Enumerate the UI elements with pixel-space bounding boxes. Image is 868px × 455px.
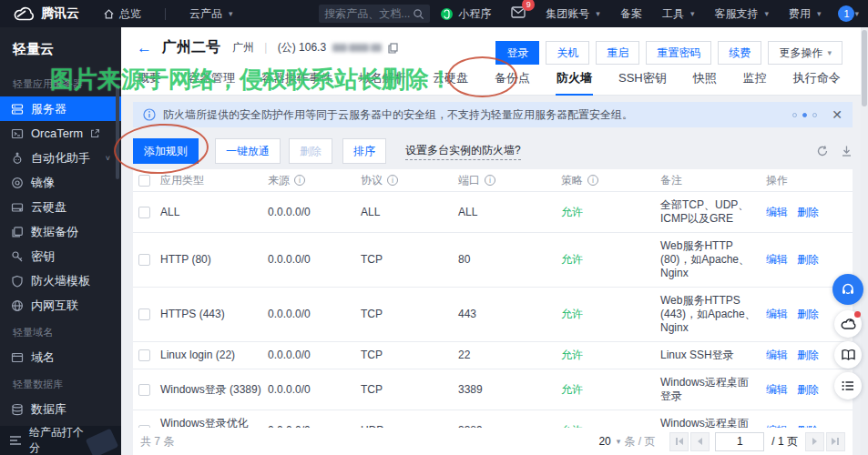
tab-监控[interactable]: 监控 <box>742 70 768 96</box>
scrollbar-thumb[interactable] <box>862 30 867 106</box>
tab-防火墙[interactable]: 防火墙 <box>556 70 593 96</box>
tab-SSH密钥[interactable]: SSH密钥 <box>618 70 668 96</box>
row-checkbox[interactable] <box>138 207 150 218</box>
edit-link[interactable]: 编辑 <box>766 308 788 321</box>
open-all-button[interactable]: 一键放通 <box>215 138 281 164</box>
info-tooltip-icon[interactable]: i <box>387 175 398 186</box>
prev-page-button[interactable] <box>690 432 710 451</box>
carousel-dot[interactable] <box>792 113 797 117</box>
tab-执行命令[interactable]: 执行命令 <box>792 70 842 96</box>
sidebar-item-密钥[interactable]: 密钥 <box>0 244 121 268</box>
tab-快照[interactable]: 快照 <box>692 70 718 96</box>
customer-service-button[interactable] <box>832 274 863 305</box>
sidebar-item-数据库[interactable]: 数据库 <box>0 397 121 421</box>
sidebar-item-数据备份[interactable]: 数据备份 <box>0 219 121 244</box>
nav-item-云产品[interactable]: 云产品▾ <box>189 6 233 22</box>
firewall-rules-table: 应用类型来源i协议i端口i策略i备注操作 ALL0.0.0.0/0ALLALL允… <box>133 169 853 455</box>
nav-item-总览[interactable]: 总览 <box>103 6 141 22</box>
add-rule-button[interactable]: 添加规则 <box>133 138 199 164</box>
cell-source: 0.0.0.0/0 <box>268 253 361 267</box>
sidebar-item-云硬盘[interactable]: 云硬盘 <box>0 195 121 219</box>
feedback-button[interactable] <box>834 310 862 338</box>
search-input[interactable]: 搜索产品、文档... <box>319 5 430 23</box>
nav-item-工具[interactable]: 工具▾ <box>652 6 705 22</box>
sidebar-item-内网互联[interactable]: 内网互联 <box>0 293 121 318</box>
pager: / 1 页 <box>669 432 845 451</box>
info-tooltip-icon[interactable]: i <box>294 175 305 186</box>
tab-容器管理[interactable]: 容器管理 <box>187 70 236 96</box>
tab-域名解析[interactable]: 域名解析 <box>358 70 407 96</box>
banner-close-icon[interactable]: ✕ <box>832 108 842 121</box>
download-icon[interactable] <box>841 145 853 157</box>
sidebar-scrollbar[interactable] <box>116 84 119 179</box>
refresh-icon[interactable] <box>816 145 829 157</box>
next-page-button[interactable] <box>805 432 824 451</box>
sidebar-item-防火墙模板[interactable]: 防火墙模板 <box>0 268 121 293</box>
sidebar-item-镜像[interactable]: 镜像 <box>0 170 121 195</box>
nav-item-集团账号[interactable]: 集团账号▾ <box>536 6 610 22</box>
info-tooltip-icon[interactable]: i <box>485 175 495 186</box>
rate-product-label[interactable]: 给产品打个分 <box>29 425 94 455</box>
row-checkbox[interactable] <box>138 254 150 266</box>
column-header-label: 来源 <box>268 173 290 188</box>
edit-link[interactable]: 编辑 <box>766 383 788 397</box>
delete-button-disabled[interactable]: 删除 <box>289 138 332 164</box>
first-page-button[interactable] <box>669 432 689 451</box>
nav-item-费用[interactable]: 费用▾ <box>779 6 832 22</box>
documentation-button[interactable] <box>834 341 862 369</box>
tencent-cloud-logo[interactable]: 腾讯云 <box>13 5 79 22</box>
nav-item-备案[interactable]: 备案 <box>610 6 652 22</box>
multi-instance-firewall-link[interactable]: 设置多台实例的防火墙? <box>405 143 521 160</box>
row-checkbox[interactable] <box>138 308 150 320</box>
重启-button[interactable]: 重启 <box>596 41 639 65</box>
nav-item-客服支持[interactable]: 客服支持▾ <box>704 6 779 22</box>
delete-link[interactable]: 删除 <box>797 308 819 321</box>
sidebar-item-label: 内网互联 <box>31 298 78 314</box>
cell-source: 0.0.0.0/0 <box>268 206 361 219</box>
select-all-checkbox[interactable] <box>138 175 150 187</box>
miniprogram-icon <box>440 7 454 21</box>
sidebar-item-自动化助手[interactable]: 自动化助手˅ <box>0 146 121 170</box>
sidebar-item-域名[interactable]: 域名 <box>0 345 121 369</box>
delete-link[interactable]: 删除 <box>797 349 819 362</box>
row-checkbox[interactable] <box>138 384 150 396</box>
page-size-select[interactable]: 20 ▾ <box>598 435 620 448</box>
carousel-dot-active[interactable] <box>802 113 807 117</box>
登录-button[interactable]: 登录 <box>495 41 539 65</box>
续费-button[interactable]: 续费 <box>718 41 761 65</box>
cell-app-type: ALL <box>160 206 268 219</box>
sort-button[interactable]: 排序 <box>342 138 386 164</box>
edit-link[interactable]: 编辑 <box>766 349 788 362</box>
sidebar-item-服务器[interactable]: 服务器 <box>0 96 121 121</box>
more-actions-button[interactable]: 更多操作▾ <box>768 41 842 65</box>
edit-link[interactable]: 编辑 <box>766 253 788 267</box>
back-arrow-icon[interactable]: ← <box>137 40 152 56</box>
sidebar-item-OrcaTerm[interactable]: OrcaTerm <box>0 121 121 146</box>
tab-概要[interactable]: 概要 <box>137 70 162 96</box>
cell-note: Web服务HTTP (80)，如Apache、Nginx <box>660 239 766 280</box>
quick-menu-button[interactable] <box>834 372 862 399</box>
collapse-menu-icon[interactable] <box>9 435 22 446</box>
page-number-input[interactable] <box>715 432 764 451</box>
关机-button[interactable]: 关机 <box>546 41 589 65</box>
delete-link[interactable]: 删除 <box>797 383 819 397</box>
cell-protocol: TCP <box>361 349 458 362</box>
tab-容器操作事件[interactable]: 容器操作事件 <box>260 70 333 96</box>
carousel-dot[interactable] <box>812 113 817 117</box>
sidebar-group-label: 轻量域名 <box>0 318 121 345</box>
delete-link[interactable]: 删除 <box>797 253 819 267</box>
miniprogram-item[interactable]: 小程序 <box>430 6 501 22</box>
copy-icon[interactable] <box>388 43 398 54</box>
tab-云硬盘[interactable]: 云硬盘 <box>432 70 469 96</box>
edit-link[interactable]: 编辑 <box>766 206 788 219</box>
sidebar-footer[interactable]: 给产品打个分 <box>0 426 121 455</box>
重置密码-button[interactable]: 重置密码 <box>646 41 711 65</box>
delete-link[interactable]: 删除 <box>797 206 819 219</box>
page-size-value: 20 <box>598 435 610 448</box>
info-tooltip-icon[interactable]: i <box>587 175 598 186</box>
tab-备份点[interactable]: 备份点 <box>494 70 531 96</box>
avatar[interactable]: 1 <box>838 5 854 22</box>
last-page-button[interactable] <box>826 432 845 451</box>
row-checkbox[interactable] <box>138 349 150 361</box>
messages-item[interactable]: 9 <box>501 6 536 21</box>
